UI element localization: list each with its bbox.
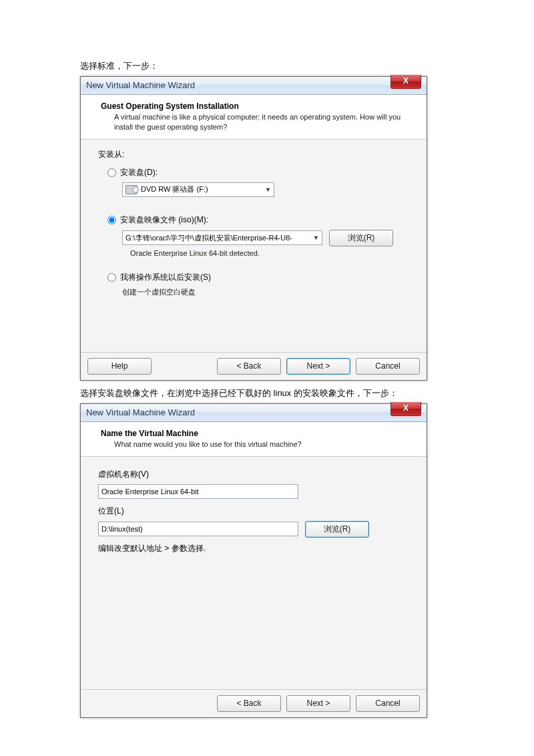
close-button[interactable]: X <box>390 75 421 89</box>
drive-combo[interactable]: DVD RW 驱动器 (F:) ▼ <box>122 182 274 197</box>
next-button-label: Next > <box>306 699 330 708</box>
cancel-button-label: Cancel <box>375 699 400 708</box>
vm-name-input[interactable]: Oracle Enterprise Linux 64-bit <box>98 484 298 499</box>
next-button[interactable]: Next > <box>286 358 350 375</box>
vm-name-value: Oracle Enterprise Linux 64-bit <box>101 488 199 496</box>
wizard-dialog-name-vm: New Virtual Machine Wizard X Name the Vi… <box>80 403 427 718</box>
wizard-dialog-install-source: New Virtual Machine Wizard X Guest Opera… <box>80 76 427 381</box>
os-detected-message: Oracle Enterprise Linux 64-bit detected. <box>130 249 412 257</box>
next-button[interactable]: Next > <box>286 695 350 712</box>
radio-installer-disc-label: 安装盘(D): <box>120 167 158 178</box>
chevron-down-icon: ▼ <box>265 186 271 193</box>
location-input[interactable]: D:\linux(test) <box>98 522 298 536</box>
caption-2: 选择安装盘映像文件，在浏览中选择已经下载好的 linux 的安装映象文件，下一步… <box>80 387 454 399</box>
help-button-label: Help <box>111 361 128 371</box>
caption-1: 选择标准，下一步： <box>80 60 454 72</box>
back-button[interactable]: < Back <box>217 358 281 375</box>
iso-path-combo[interactable]: G:\李锋\oracl\学习中\虚拟机安装\Enterprise-R4-U8- … <box>122 230 322 245</box>
drive-combo-text: DVD RW 驱动器 (F:) <box>141 184 208 194</box>
content-area: 虚拟机名称(V) Oracle Enterprise Linux 64-bit … <box>81 457 427 690</box>
browse-button[interactable]: 浏览(R) <box>305 521 369 538</box>
banner-subtitle: What name would you like to use for this… <box>101 439 401 449</box>
button-strip: Help < Back Next > Cancel <box>81 353 427 380</box>
back-button[interactable]: < Back <box>217 695 281 712</box>
browse-button-label: 浏览(R) <box>324 524 351 535</box>
window-title: New Virtual Machine Wizard <box>86 80 195 90</box>
cancel-button[interactable]: Cancel <box>356 695 420 712</box>
radio-install-later-label: 我将操作系统以后安装(S) <box>120 272 211 283</box>
help-button[interactable]: Help <box>87 358 152 375</box>
location-label: 位置(L) <box>98 506 412 517</box>
disc-drive-icon <box>125 185 138 194</box>
location-hint: 编辑改变默认地址 > 参数选择. <box>98 543 412 554</box>
browse-button[interactable]: 浏览(R) <box>329 230 393 246</box>
install-from-label: 安装从: <box>98 149 412 160</box>
button-strip: < Back Next > Cancel <box>81 690 427 717</box>
radio-installer-disc[interactable] <box>107 168 116 177</box>
next-button-label: Next > <box>306 361 330 371</box>
banner-title: Guest Operating System Installation <box>101 102 417 111</box>
cancel-button-label: Cancel <box>375 361 400 371</box>
chevron-down-icon: ▼ <box>313 234 319 241</box>
content-area: 安装从: 安装盘(D): DVD RW 驱动器 (F:) ▼ 安装盘映像文件 (… <box>81 140 427 353</box>
iso-path-text: G:\李锋\oracl\学习中\虚拟机安装\Enterprise-R4-U8- <box>125 233 292 243</box>
banner: Guest Operating System Installation A vi… <box>81 95 427 140</box>
radio-install-later[interactable] <box>107 273 116 282</box>
banner-subtitle: A virtual machine is like a physical com… <box>101 112 401 132</box>
banner: Name the Virtual Machine What name would… <box>81 422 427 457</box>
titlebar: New Virtual Machine Wizard X <box>81 404 427 422</box>
window-title: New Virtual Machine Wizard <box>86 407 195 417</box>
install-later-subtext: 创建一个虚拟空白硬盘 <box>122 287 412 297</box>
back-button-label: < Back <box>236 361 261 371</box>
radio-iso-file-label: 安装盘映像文件 (iso)(M): <box>120 214 208 226</box>
browse-button-label: 浏览(R) <box>348 232 375 244</box>
radio-iso-file[interactable] <box>107 216 116 224</box>
titlebar: New Virtual Machine Wizard X <box>81 77 427 95</box>
vm-name-label: 虚拟机名称(V) <box>98 469 412 480</box>
back-button-label: < Back <box>236 699 261 708</box>
banner-title: Name the Virtual Machine <box>101 429 417 438</box>
cancel-button[interactable]: Cancel <box>356 358 420 375</box>
close-button[interactable]: X <box>390 402 421 416</box>
location-value: D:\linux(test) <box>101 525 143 533</box>
